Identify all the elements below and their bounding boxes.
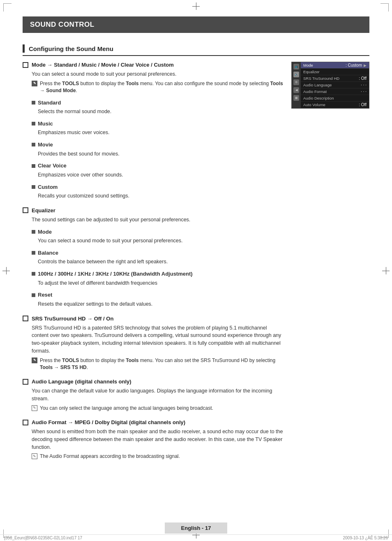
menu-label-auto-volume: Auto Volume <box>303 102 325 107</box>
equalizer-sub-items: Mode You can select a sound mode to suit… <box>32 228 283 308</box>
sub-item-bandwidth-label: 100Hz / 300Hz / 1KHz / 3KHz / 10KHz (Ban… <box>38 270 193 278</box>
topic-srs-title-text: SRS TruSurround HD → Off / On <box>32 316 113 322</box>
topic-mode-note: ✎ Press the TOOLS button to display the … <box>32 80 283 95</box>
topic-equalizer-title-text: Equalizer <box>32 207 55 214</box>
sub-item-music-label: Music <box>38 120 53 128</box>
checkbox-icon-srs <box>23 316 28 321</box>
menu-row-srs: SRS TruSuround HD : Off <box>301 75 369 82</box>
menu-label-audio-format: Audio Format <box>303 89 327 94</box>
sub-item-movie-label: Movie <box>38 141 53 149</box>
section-heading-text: Configuring the Sound Menu <box>29 45 113 52</box>
sub-item-standard-body: Selects the normal sound mode. <box>38 108 283 116</box>
note-tools-icon: ✎ <box>32 81 37 86</box>
topic-equalizer-intro: The sound settings can be adjusted to su… <box>32 216 283 224</box>
sub-item-eq-mode-label: Mode <box>38 228 52 236</box>
sub-item-clearvoice-label: Clear Voice <box>38 162 67 170</box>
sub-item-balance-title: Balance <box>32 249 283 257</box>
topic-srs: SRS TruSurround HD → Off / On SRS TruSur… <box>23 316 283 372</box>
sub-item-eq-mode: Mode You can select a sound mode to suit… <box>32 228 283 245</box>
menu-icon-picture: 📺 <box>293 64 299 70</box>
sub-item-eq-mode-body: You can select a sound mode to suit your… <box>38 237 283 245</box>
bullet-balance <box>32 251 35 255</box>
topic-mode-body: You can select a sound mode to suit your… <box>32 70 283 200</box>
menu-label-audio-language: Audio Language <box>303 83 332 87</box>
sub-item-movie-body: Provides the best sound for movies. <box>38 150 283 158</box>
bullet-standard <box>32 101 35 104</box>
topic-audio-format-title: Audio Format → MPEG / Dolby Digital (dig… <box>23 419 283 425</box>
footer-box: English - 17 <box>165 522 228 534</box>
menu-panel: 📺 🔊 ⚙ ◀ ▦ Mode : Custom ▶ Equalizer <box>291 62 369 468</box>
page-title: SOUND CONTROL <box>23 16 369 33</box>
menu-label-srs: SRS TruSuround HD <box>303 76 339 81</box>
sub-item-movie-title: Movie <box>32 141 283 149</box>
corner-mark-tl <box>3 3 12 12</box>
bullet-reset <box>32 293 35 297</box>
topic-equalizer-title: Equalizer <box>23 207 283 214</box>
bottom-bar: [350_Eeuro]BN68-02358C-02L10.ind17 17 20… <box>0 534 392 541</box>
topic-audio-format-note-text: The Audio Format appears according to th… <box>40 453 180 460</box>
note-n-icon-audio-format: ✎ <box>32 453 37 459</box>
sub-item-reset-body: Resets the equalizer settings to the def… <box>38 300 283 308</box>
menu-icon-sound: 🔊 <box>293 72 299 77</box>
bullet-custom <box>32 185 35 189</box>
topic-equalizer: Equalizer The sound settings can be adju… <box>23 207 283 308</box>
checkbox-icon-equalizer <box>23 207 28 213</box>
sub-item-standard: Standard Selects the normal sound mode. <box>32 99 283 116</box>
sub-item-eq-mode-title: Mode <box>32 228 283 236</box>
sub-item-clearvoice-body: Emphasizes voice over other sounds. <box>38 171 283 179</box>
main-layout: Mode → Standard / Music / Movie / Clear … <box>23 62 369 468</box>
topic-audio-format-intro: When sound is emitted from both the main… <box>32 428 283 451</box>
page-footer: English - 17 <box>0 522 392 534</box>
reg-mark-right <box>382 267 390 274</box>
mode-arrow-icon: ▶ <box>364 63 367 67</box>
main-text-area: Mode → Standard / Music / Movie / Clear … <box>23 62 283 468</box>
sub-item-custom-label: Custom <box>38 183 58 191</box>
topic-mode: Mode → Standard / Music / Movie / Clear … <box>23 62 283 200</box>
bottom-left-text: [350_Eeuro]BN68-02358C-02L10.ind17 17 <box>4 536 82 540</box>
bullet-bandwidth <box>32 272 35 276</box>
checkbox-icon-mode <box>23 62 28 68</box>
topic-mode-title: Mode → Standard / Music / Movie / Clear … <box>23 62 283 68</box>
sub-item-clearvoice-title: Clear Voice <box>32 162 283 170</box>
note-srs-icon: ✎ <box>32 358 37 363</box>
topic-srs-intro: SRS TruSurround HD is a patented SRS tec… <box>32 324 283 355</box>
topic-mode-note-text: Press the TOOLS button to display the To… <box>40 80 283 95</box>
menu-row-audio-description: Audio Description <box>301 95 369 102</box>
sub-item-movie: Movie Provides the best sound for movies… <box>32 141 283 158</box>
corner-mark-tr <box>380 3 389 12</box>
note-n-icon-audio-language: ✎ <box>32 405 37 411</box>
menu-icon-setup: ⚙ <box>293 79 299 85</box>
sub-item-custom-body: Recalls your customized sound settings. <box>38 192 283 200</box>
sub-item-balance: Balance Controls the balance between the… <box>32 249 283 266</box>
sub-item-balance-body: Controls the balance between the right a… <box>38 258 283 266</box>
topic-audio-language: Audio Language (digital channels only) Y… <box>23 378 283 412</box>
sub-item-bandwidth-body: To adjust the level of different bandwid… <box>38 279 283 287</box>
topic-audio-format-body: When sound is emitted from both the main… <box>32 428 283 460</box>
reg-mark-top <box>192 2 200 10</box>
menu-icon-input: ◀ <box>293 87 299 93</box>
reg-mark-left <box>2 267 10 274</box>
topic-mode-title-text: Mode → Standard / Music / Movie / Clear … <box>32 62 174 68</box>
menu-ui-sidebar: 📺 🔊 ⚙ ◀ ▦ Mode : Custom ▶ Equalizer <box>292 62 369 108</box>
bullet-music <box>32 122 35 125</box>
sub-item-clearvoice: Clear Voice Emphasizes voice over other … <box>32 162 283 179</box>
topic-audio-format-title-text: Audio Format → MPEG / Dolby Digital (dig… <box>32 419 185 425</box>
topic-srs-title: SRS TruSurround HD → Off / On <box>23 316 283 322</box>
menu-val-auto-volume: : Off <box>359 102 367 107</box>
sub-item-reset-title: Reset <box>32 291 283 299</box>
sub-item-balance-label: Balance <box>38 249 58 257</box>
menu-row-auto-volume: Auto Volume : Off <box>301 102 369 108</box>
bullet-movie <box>32 143 35 146</box>
menu-row-audio-language: Audio Language · · · <box>301 82 369 88</box>
topic-srs-note-text: Press the TOOLS button to display the To… <box>40 357 283 372</box>
menu-row-equalizer: Equalizer <box>301 69 369 75</box>
sub-item-custom-title: Custom <box>32 183 283 191</box>
mode-sub-items: Standard Selects the normal sound mode. … <box>32 99 283 200</box>
topic-audio-language-title: Audio Language (digital channels only) <box>23 378 283 385</box>
topic-audio-language-intro: You can change the default value for aud… <box>32 387 283 403</box>
section-heading-bar <box>23 44 25 53</box>
topic-srs-note: ✎ Press the TOOLS button to display the … <box>32 357 283 372</box>
menu-label-mode: Mode <box>303 63 313 67</box>
topic-audio-language-body: You can change the default value for aud… <box>32 387 283 412</box>
menu-items-col: Mode : Custom ▶ Equalizer SRS TruSuround… <box>301 62 369 108</box>
